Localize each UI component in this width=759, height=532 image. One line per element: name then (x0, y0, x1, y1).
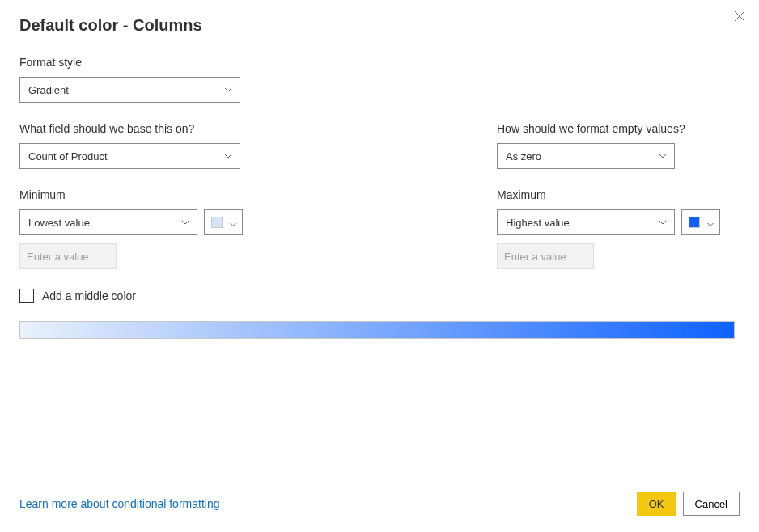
ok-button[interactable]: OK (637, 492, 676, 516)
chevron-down-icon (658, 217, 668, 227)
middle-color-checkbox[interactable] (19, 289, 34, 303)
minimum-select[interactable]: Lowest value (19, 209, 197, 235)
chevron-down-icon (223, 85, 233, 95)
close-button[interactable] (731, 8, 748, 24)
minimum-label: Minimum (19, 188, 262, 201)
maximum-color-swatch (689, 217, 700, 228)
middle-color-label: Add a middle color (42, 289, 136, 302)
maximum-select-value: Highest value (506, 217, 570, 229)
format-style-label: Format style (19, 56, 740, 69)
chevron-down-icon (229, 218, 237, 226)
base-field-label: What field should we base this on? (19, 122, 262, 135)
minimum-value-input[interactable] (19, 243, 117, 269)
chevron-down-icon (658, 151, 668, 161)
dialog-title: Default color - Columns (19, 16, 740, 35)
minimum-color-picker[interactable] (204, 209, 243, 235)
format-style-value: Gradient (28, 84, 69, 96)
cancel-button[interactable]: Cancel (683, 492, 740, 516)
empty-values-value: As zero (506, 150, 541, 163)
chevron-down-icon (180, 217, 190, 227)
empty-values-select[interactable]: As zero (497, 143, 675, 169)
chevron-down-icon (223, 151, 233, 161)
chevron-down-icon (706, 218, 714, 226)
maximum-select[interactable]: Highest value (497, 209, 675, 235)
format-style-select[interactable]: Gradient (19, 77, 240, 103)
learn-more-link[interactable]: Learn more about conditional formatting (19, 497, 219, 510)
maximum-color-picker[interactable] (681, 209, 720, 235)
minimum-color-swatch (211, 217, 223, 228)
base-field-value: Count of Product (28, 150, 108, 163)
base-field-select[interactable]: Count of Product (19, 143, 240, 169)
maximum-label: Maximum (497, 188, 740, 201)
close-icon (734, 11, 745, 22)
gradient-preview (19, 321, 735, 339)
minimum-select-value: Lowest value (28, 217, 90, 229)
empty-values-label: How should we format empty values? (497, 122, 740, 135)
maximum-value-input[interactable] (497, 243, 594, 269)
